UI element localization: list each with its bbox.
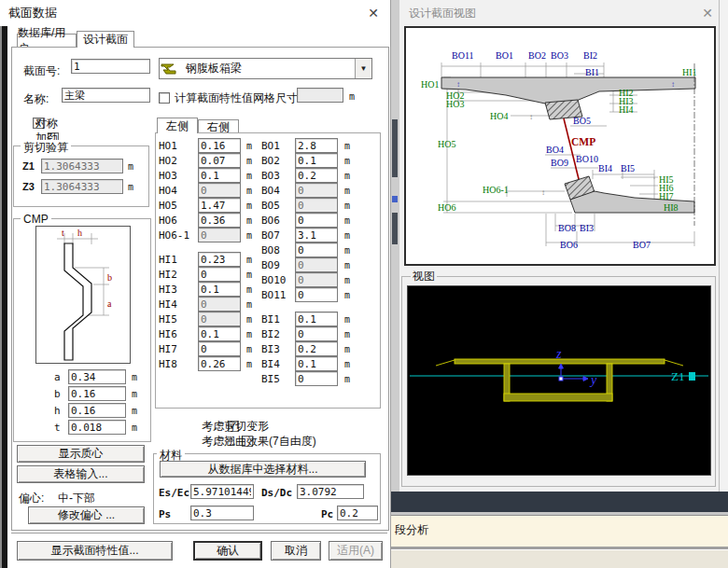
cmp-input-t[interactable] xyxy=(68,420,126,435)
section-data-dialog: 截面数据 ✕ 数据库/用户 设计截面 截面号: 钢腹板箱梁 ▼ 名称: 计算截面… xyxy=(0,0,391,568)
h-field-input-HO5[interactable] xyxy=(198,198,241,213)
grid-size-input xyxy=(297,88,343,103)
panel-close-icon[interactable]: ✕ xyxy=(698,4,717,22)
cancel-button[interactable]: 取消 xyxy=(271,541,321,561)
dim-label-BO10: BO10 xyxy=(576,154,598,164)
b-field-input-BO5 xyxy=(295,198,338,213)
dim-label-HO4: HO4 xyxy=(490,111,508,121)
show-centroid-button[interactable]: 显示质心 xyxy=(17,445,145,463)
name-input[interactable] xyxy=(62,88,150,103)
tab-right-side[interactable]: 右侧 xyxy=(198,119,239,133)
h-field-unit-HO3: m xyxy=(246,171,252,181)
b-field-input-BI4[interactable] xyxy=(295,356,338,371)
cmp-input-b[interactable] xyxy=(68,386,126,401)
pc-input[interactable] xyxy=(337,506,378,520)
ds-dc-input[interactable] xyxy=(297,484,364,499)
b-field-label-BI5: BI5 xyxy=(261,373,295,385)
b-field-label-BI1: BI1 xyxy=(261,313,295,326)
b-field-input-BI2[interactable] xyxy=(295,326,338,341)
window-splitter[interactable] xyxy=(391,0,399,492)
b-field-input-BI3[interactable] xyxy=(295,341,338,356)
h-field-input-HO1[interactable] xyxy=(198,138,241,153)
close-icon[interactable]: ✕ xyxy=(364,4,383,22)
cmp-row-b: bm xyxy=(54,386,137,401)
b-field-label-BO7: BO7 xyxy=(261,229,295,242)
cmp-input-a[interactable] xyxy=(68,369,126,384)
cmp-group-label: CMP xyxy=(21,213,51,226)
es-ec-input[interactable] xyxy=(190,484,254,499)
tab-left-side[interactable]: 左侧 xyxy=(157,118,198,133)
h-field-input-HI6[interactable] xyxy=(198,326,241,341)
b-field-row-BO9: BO9m xyxy=(261,257,350,272)
dim-label-HO5: HO5 xyxy=(438,139,455,149)
ok-button[interactable]: 确认 xyxy=(193,541,262,561)
b-field-label-BI2: BI2 xyxy=(261,328,295,340)
b-field-input-BO6[interactable] xyxy=(295,213,338,228)
modify-eccentric-button[interactable]: 修改偏心 ... xyxy=(28,506,145,524)
cmp-unit-b: m xyxy=(132,389,137,399)
h-field-input-HO2[interactable] xyxy=(198,153,241,168)
b-field-input-BO4 xyxy=(295,183,338,198)
dim-label-BO7: BO7 xyxy=(633,240,651,250)
dim-label-BO8: BO8 xyxy=(558,223,576,233)
b-field-row-BI4: BI4m xyxy=(261,356,350,371)
b-field-input-BO2[interactable] xyxy=(295,153,338,168)
h-field-row-HO3: HO3m xyxy=(159,168,252,183)
b-field-unit-BI5: m xyxy=(344,374,350,384)
b-field-input-BO8[interactable] xyxy=(295,242,338,257)
select-material-button[interactable]: 从数据库中选择材料... xyxy=(160,461,366,478)
h-field-input-HO6[interactable] xyxy=(198,213,241,228)
h-field-unit-HI8: m xyxy=(246,359,252,369)
cmp-dim-label-b: b xyxy=(107,272,112,283)
show-properties-button[interactable]: 显示截面特性值... xyxy=(17,541,173,561)
b-field-row-BO6: BO6m xyxy=(261,213,350,228)
h-field-unit-HI3: m xyxy=(246,284,252,295)
ps-input[interactable] xyxy=(190,506,254,520)
h-field-row-HI7: HI7m xyxy=(159,341,252,356)
tab-database-user[interactable]: 数据库/用户 xyxy=(17,34,77,48)
name-label: 名称: xyxy=(23,91,49,107)
h-field-input-HI7[interactable] xyxy=(198,341,241,356)
tab-design-section[interactable]: 设计截面 xyxy=(77,31,134,48)
b-field-row-BO1: BO1m xyxy=(261,138,350,153)
b-field-input-BO3[interactable] xyxy=(295,168,338,183)
b-field-label-BO11: BO11 xyxy=(261,289,295,301)
h-field-label-HI1: HI1 xyxy=(159,254,198,266)
b-field-input-BO10 xyxy=(295,272,338,287)
section-no-input[interactable] xyxy=(71,59,150,74)
warping-label: 考虑翘曲效果(7自由度) xyxy=(202,434,316,450)
grid-size-checkbox[interactable] xyxy=(159,92,170,104)
h-field-input-HI3[interactable] xyxy=(198,282,241,297)
dim-label-CMP: CMP xyxy=(571,136,595,147)
b-field-row-BI3: BI3m xyxy=(261,341,350,356)
h-field-unit-HO1: m xyxy=(246,141,252,151)
chevron-down-icon[interactable]: ▼ xyxy=(355,59,371,78)
b-field-input-BO7[interactable] xyxy=(295,228,338,242)
b-field-unit-BO8: m xyxy=(344,245,350,256)
b-field-row-BO5: BO5m xyxy=(261,198,350,213)
h-field-input-HI8[interactable] xyxy=(198,356,241,371)
section-type-value: 钢腹板箱梁 xyxy=(182,61,355,76)
h-field-input-HI1[interactable] xyxy=(198,252,241,267)
b-field-input-BO11[interactable] xyxy=(295,287,338,302)
b-field-input-BO1[interactable] xyxy=(295,138,338,153)
shear-row-Z3: Z3m xyxy=(22,179,133,194)
splitter-mark-blue xyxy=(392,196,398,202)
section-type-dropdown[interactable]: 钢腹板箱梁 ▼ xyxy=(159,58,372,79)
b-field-input-BI1[interactable] xyxy=(295,312,338,326)
h-field-unit-HO6: m xyxy=(246,215,252,226)
cmp-input-h[interactable] xyxy=(68,403,126,418)
table-input-button[interactable]: 表格输入... xyxy=(17,465,145,483)
dialog-title: 截面数据 xyxy=(8,5,57,21)
h-field-input-HO3[interactable] xyxy=(198,168,241,183)
shear-unit-Z1: m xyxy=(128,161,133,172)
h-field-label-HO1: HO1 xyxy=(159,140,198,152)
dim-label-HI4: HI4 xyxy=(619,104,634,115)
dim-label-HI7: HI7 xyxy=(659,191,674,201)
cmp-diagram: thba xyxy=(35,226,131,364)
h-field-input-HI2[interactable] xyxy=(198,267,241,282)
b-field-input-BI5[interactable] xyxy=(295,371,338,386)
bottom-bar xyxy=(391,549,728,568)
axis-label-z: z xyxy=(555,347,562,361)
b-field-unit-BO3: m xyxy=(344,171,350,181)
